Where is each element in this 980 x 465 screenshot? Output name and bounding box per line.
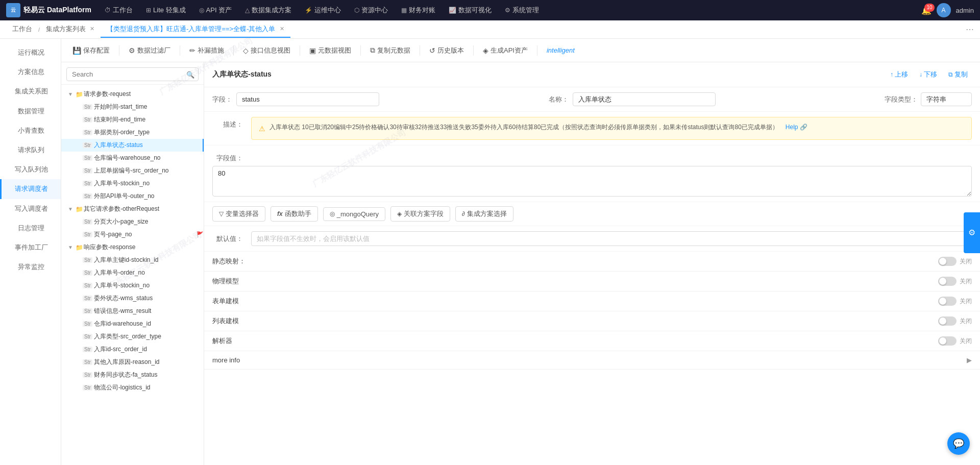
move-up-button[interactable]: ↑ 上移 xyxy=(886,68,912,81)
tree-node-request[interactable]: ▼ 📁 请求参数-request xyxy=(61,88,204,101)
tree-node-page-size[interactable]: Str 分页大小-page_size xyxy=(61,215,204,228)
default-value-input[interactable] xyxy=(251,231,972,246)
list-model-toggle[interactable]: 关闭 xyxy=(938,316,972,326)
breadcrumb-current[interactable]: 【类型退货预入库】旺店通-入库单管理==>全蝶-其他入单 ✕ xyxy=(101,21,290,38)
notification-bell[interactable]: 🔔 10 xyxy=(921,6,932,15)
logo-icon: 云 xyxy=(6,3,20,17)
tree-node-src-order-id[interactable]: Str 入库id-src_order_id xyxy=(61,343,204,356)
sidebar-item-integration-map[interactable]: 集成关系图 xyxy=(0,82,61,101)
supplement-button[interactable]: ✏ 补漏措施 xyxy=(184,43,229,58)
toggle-request[interactable]: ▼ xyxy=(66,91,75,97)
gen-api-button[interactable]: ◈ 生成API资产 xyxy=(478,43,533,58)
tree-node-outer-no[interactable]: Str 外部API单号-outer_no xyxy=(61,190,204,203)
static-map-track[interactable] xyxy=(938,257,957,266)
tree-node-fa-status[interactable]: Str 财务同步状态-fa_status xyxy=(61,369,204,381)
tree-node-stockin-no2[interactable]: Str 入库单号-stockin_no xyxy=(61,279,204,292)
desc-form-label: 描述： xyxy=(212,117,243,129)
variable-selector-button[interactable]: ▽ 变量选择器 xyxy=(212,206,265,222)
sidebar-item-exception-monitor[interactable]: 异常监控 xyxy=(0,257,61,277)
static-map-toggle[interactable]: 关闭 xyxy=(938,257,972,266)
more-info-section[interactable]: more info ▶ xyxy=(204,351,980,370)
tree-node-src-order-type[interactable]: Str 入库类型-src_order_type xyxy=(61,330,204,343)
parser-section[interactable]: 解析器 关闭 xyxy=(204,331,980,351)
plan-selector-button[interactable]: ∂ 集成方案选择 xyxy=(455,206,513,222)
admin-label[interactable]: admin xyxy=(956,7,974,14)
tree-node-stockin-no[interactable]: Str 入库单号-stockin_no xyxy=(61,177,204,190)
list-model-label: 列表建模 xyxy=(212,316,239,326)
field-value-textarea[interactable] xyxy=(212,166,972,197)
sidebar-item-event-factory[interactable]: 事件加工厂 xyxy=(0,238,61,257)
tree-node-order-type[interactable]: Str 单据类别-order_type xyxy=(61,126,204,139)
physical-model-section[interactable]: 物理模型 关闭 xyxy=(204,272,980,291)
tree-node-status[interactable]: Str 入库单状态-status xyxy=(61,139,204,152)
tree-node-reason-id[interactable]: Str 其他入库原因-reason_id xyxy=(61,356,204,369)
tree-node-src-order-no[interactable]: Str 上层单据编号-src_order_no xyxy=(61,164,204,177)
related-field-button[interactable]: ◈ 关联方案字段 xyxy=(390,206,450,222)
tree-node-wms-status[interactable]: Str 委外状态-wms_status xyxy=(61,292,204,305)
save-config-button[interactable]: 💾 保存配置 xyxy=(67,43,115,58)
mongo-query-button[interactable]: ◎ _mongoQuery xyxy=(323,207,385,221)
tree-node-other-request[interactable]: ▼ 📁 其它请求参数-otherRequest xyxy=(61,203,204,215)
tree-node-stockin-id[interactable]: Str 入库单主键id-stockin_id xyxy=(61,254,204,266)
tree-node-response[interactable]: ▼ 📁 响应参数-response xyxy=(61,241,204,254)
tree-node-order-no[interactable]: Str 入库单号-order_no xyxy=(61,266,204,279)
sidebar-item-request-scheduler[interactable]: 请求调度者 xyxy=(0,179,61,199)
sidebar-item-plan-info[interactable]: 方案信息 xyxy=(0,62,61,82)
move-down-button[interactable]: ↓ 下移 xyxy=(915,68,941,81)
parser-toggle[interactable]: 关闭 xyxy=(938,336,972,346)
user-avatar[interactable]: A xyxy=(937,3,951,17)
toggle-other-request[interactable]: ▼ xyxy=(66,206,75,212)
interface-view-button[interactable]: ◇ 接口信息视图 xyxy=(238,43,296,58)
name-input[interactable] xyxy=(573,92,716,106)
nav-dataviz[interactable]: 📈 数据可视化 xyxy=(444,4,497,17)
gear-button[interactable]: ⚙ xyxy=(964,212,980,253)
search-input[interactable] xyxy=(66,67,199,81)
breadcrumb-worktable[interactable]: 工作台 xyxy=(6,21,38,38)
sidebar-item-log-manage[interactable]: 日志管理 xyxy=(0,218,61,238)
tree-node-end-time[interactable]: Str 结束时间-end_time xyxy=(61,113,204,126)
form-model-section[interactable]: 表单建模 关闭 xyxy=(204,291,980,311)
tree-node-page-no[interactable]: Str 页号-page_no 🚩 xyxy=(61,228,204,241)
tree-node-logistics-id[interactable]: Str 物流公司-logistics_id xyxy=(61,381,204,394)
sidebar-item-write-scheduler[interactable]: 写入调度者 xyxy=(0,199,61,218)
nav-ops[interactable]: ⚡ 运维中心 xyxy=(300,4,346,17)
sidebar-item-request-queue[interactable]: 请求队列 xyxy=(0,140,61,160)
breadcrumb-close-solutions[interactable]: ✕ xyxy=(90,26,94,32)
form-model-toggle[interactable]: 关闭 xyxy=(938,297,972,306)
nav-api[interactable]: ◎ API 资产 xyxy=(194,4,237,17)
toggle-response[interactable]: ▼ xyxy=(66,244,75,250)
nav-lite[interactable]: ⊞ Lite 轻集成 xyxy=(141,4,191,17)
breadcrumb-more[interactable]: ⋯ xyxy=(966,25,974,34)
nav-resources[interactable]: ⬡ 资源中心 xyxy=(349,4,393,17)
sidebar-item-data-manage[interactable]: 数据管理 xyxy=(0,102,61,121)
sidebar-item-run-overview[interactable]: 运行概况 xyxy=(0,43,61,62)
list-model-section[interactable]: 列表建模 关闭 xyxy=(204,311,980,331)
copy-field-button[interactable]: ⧉ 复制 xyxy=(944,68,972,81)
type-select[interactable]: 字符串整数浮点数布尔值日期数组对象 xyxy=(921,92,972,106)
sidebar-item-write-queue[interactable]: 写入队列池 xyxy=(0,160,61,179)
field-input[interactable] xyxy=(236,92,379,106)
chat-bubble[interactable]: 💬 xyxy=(947,432,970,455)
sidebar-item-small-query[interactable]: 小青查数 xyxy=(0,121,61,140)
help-link[interactable]: Help 🔗 xyxy=(786,123,807,132)
intelligent-button[interactable]: intelligent xyxy=(542,44,580,57)
nav-worktable[interactable]: ⏱ 工作台 xyxy=(100,4,138,17)
nav-finance[interactable]: ▦ 财务对账 xyxy=(396,4,440,17)
breadcrumb-close-current[interactable]: ✕ xyxy=(280,26,284,32)
tree-node-start-time[interactable]: Str 开始时间-start_time xyxy=(61,101,204,113)
copy-meta-button[interactable]: ⧉ 复制元数据 xyxy=(365,43,415,58)
breadcrumb-solutions[interactable]: 集成方案列表 ✕ xyxy=(40,21,101,38)
top-nav-right: 🔔 10 A admin xyxy=(921,3,974,17)
meta-view-button[interactable]: ▣ 元数据视图 xyxy=(304,43,356,58)
nav-data-integration[interactable]: △ 数据集成方案 xyxy=(240,4,297,17)
static-map-label: 静态映射： xyxy=(212,257,246,266)
content-area: 🔍 ▼ 📁 请求参数-request Str 开始 xyxy=(61,62,980,465)
history-button[interactable]: ↺ 历史版本 xyxy=(424,43,469,58)
tree-node-wms-result[interactable]: Str 错误信息-wms_result xyxy=(61,305,204,317)
data-filter-button[interactable]: ⚙ 数据过滤厂 xyxy=(124,43,176,58)
tree-node-warehouse-id[interactable]: Str 仓库id-warehouse_id xyxy=(61,317,204,330)
tree-node-warehouse-no[interactable]: Str 仓库编号-warehouse_no xyxy=(61,152,204,164)
physical-model-toggle[interactable]: 关闭 xyxy=(938,277,972,286)
function-helper-button[interactable]: fx 函数助手 xyxy=(271,206,318,222)
nav-sysmanage[interactable]: ⚙ 系统管理 xyxy=(500,4,544,17)
